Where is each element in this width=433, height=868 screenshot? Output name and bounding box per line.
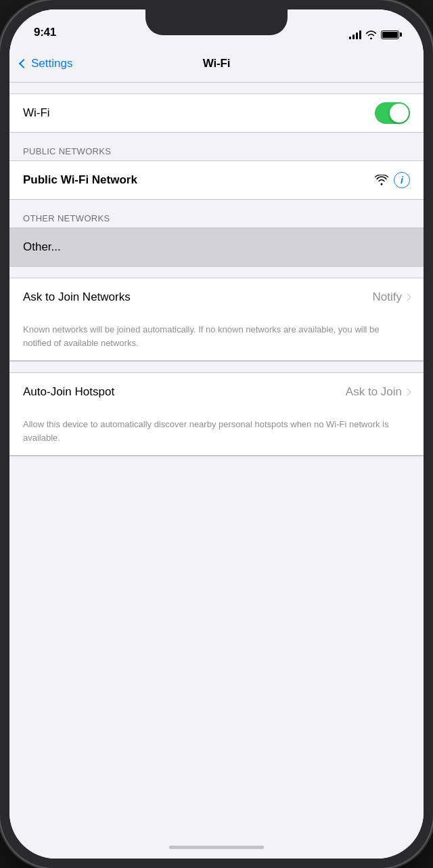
wifi-toggle-group: Wi-Fi	[9, 93, 424, 133]
other-networks-header: Other Networks	[9, 200, 424, 227]
notch	[145, 9, 288, 35]
status-icons	[349, 30, 399, 39]
screen: 9:41	[9, 9, 424, 859]
public-networks-group: Public Wi-Fi Network i	[9, 160, 424, 200]
signal-bar-4	[359, 30, 361, 39]
status-time: 9:41	[34, 26, 56, 39]
battery-icon	[381, 30, 399, 39]
auto-join-group: Auto-Join Hotspot Ask to Join Allow this…	[9, 372, 424, 456]
ask-join-chevron-icon	[403, 293, 411, 301]
wifi-toggle[interactable]	[375, 102, 410, 124]
wifi-status-icon	[365, 30, 377, 39]
network-info-button[interactable]: i	[394, 172, 410, 188]
spacer-3	[9, 362, 424, 372]
signal-bar-2	[352, 35, 355, 39]
auto-join-right: Ask to Join	[346, 385, 410, 399]
bottom-fill	[9, 456, 424, 592]
wifi-toggle-row: Wi-Fi	[9, 94, 424, 132]
wifi-toggle-label: Wi-Fi	[23, 106, 50, 120]
battery-fill	[382, 32, 398, 38]
ask-join-right: Notify	[373, 290, 410, 304]
other-networks-group: Other...	[9, 227, 424, 267]
ask-join-value: Notify	[373, 290, 402, 304]
public-networks-header: Public Networks	[9, 133, 424, 160]
toggle-knob	[390, 104, 409, 123]
ask-join-row[interactable]: Ask to Join Networks Notify	[9, 278, 424, 316]
back-chevron-icon	[19, 58, 28, 68]
content-area: Wi-Fi Public Networks Public Wi-Fi Netwo…	[9, 83, 424, 859]
ask-join-description: Known networks will be joined automatica…	[9, 316, 424, 361]
page-title: Wi-Fi	[203, 57, 230, 70]
ask-join-group: Ask to Join Networks Notify Known networ…	[9, 278, 424, 362]
ask-join-label: Ask to Join Networks	[23, 290, 131, 304]
spacer-1	[9, 83, 424, 93]
phone-frame: 9:41	[0, 0, 433, 868]
signal-bar-3	[356, 32, 358, 39]
spacer-2	[9, 267, 424, 278]
auto-join-description: Allow this device to automatically disco…	[9, 411, 424, 456]
back-label: Settings	[31, 57, 72, 70]
other-network-row[interactable]: Other...	[9, 228, 424, 266]
auto-join-row[interactable]: Auto-Join Hotspot Ask to Join	[9, 373, 424, 411]
auto-join-label: Auto-Join Hotspot	[23, 385, 114, 399]
public-network-row[interactable]: Public Wi-Fi Network i	[9, 161, 424, 199]
signal-bar-1	[349, 37, 351, 39]
auto-join-value: Ask to Join	[346, 385, 402, 399]
back-button[interactable]: Settings	[20, 57, 72, 70]
public-network-name: Public Wi-Fi Network	[23, 173, 137, 187]
network-row-right: i	[375, 172, 410, 188]
other-label: Other...	[23, 240, 61, 254]
auto-join-chevron-icon	[403, 388, 411, 395]
signal-bars-icon	[349, 30, 361, 39]
nav-bar: Settings Wi-Fi	[9, 45, 424, 83]
wifi-signal-icon	[375, 175, 388, 186]
home-indicator[interactable]	[169, 846, 264, 849]
